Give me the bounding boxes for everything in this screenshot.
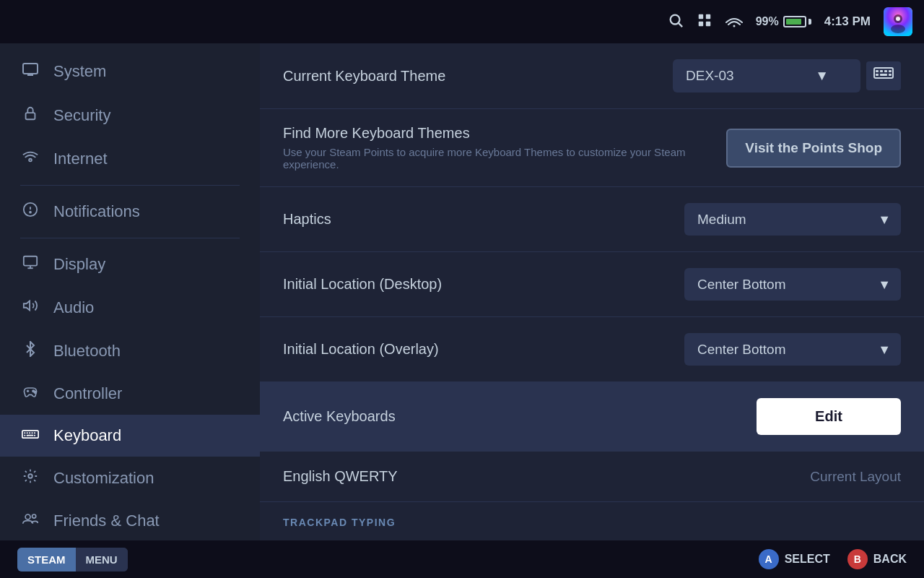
controller-icon — [20, 384, 40, 403]
haptics-row: Haptics Medium Low High Off ▼ — [260, 187, 924, 252]
initial-location-overlay-label: Initial Location (Overlay) — [283, 341, 684, 358]
lock-icon — [20, 105, 40, 126]
visit-points-shop-button[interactable]: Visit the Points Shop — [726, 129, 901, 168]
svg-rect-41 — [876, 70, 879, 72]
current-layout-text: Current Layout — [810, 469, 901, 485]
bottom-bar: STEAM MENU A SELECT B BACK — [0, 540, 924, 578]
sidebar-item-system[interactable]: System — [0, 49, 260, 94]
svg-rect-40 — [874, 68, 893, 78]
svg-point-37 — [28, 474, 32, 478]
battery-icon — [783, 16, 811, 27]
back-control: B BACK — [847, 549, 907, 569]
sidebar-item-label-system: System — [53, 62, 106, 81]
sidebar-item-customization[interactable]: Customization — [0, 457, 260, 500]
display-icon — [20, 254, 40, 275]
initial-location-overlay-select[interactable]: Center Bottom Top Left Top Right Bottom … — [684, 333, 901, 366]
back-label: BACK — [873, 553, 907, 566]
active-keyboards-row: Active Keyboards Edit — [260, 382, 924, 452]
svg-point-15 — [29, 159, 32, 162]
initial-location-desktop-left: Initial Location (Desktop) — [283, 276, 684, 293]
trackpad-typing-header: TRACKPAD TYPING — [260, 502, 924, 537]
initial-location-overlay-wrapper[interactable]: Center Bottom Top Left Top Right Bottom … — [684, 333, 901, 366]
steam-label[interactable]: STEAM — [17, 548, 76, 571]
sidebar-item-notifications[interactable]: Notifications — [0, 190, 260, 233]
signal-icon — [725, 12, 743, 32]
english-qwerty-row: English QWERTY Current Layout — [260, 452, 924, 502]
keyboard-theme-dropdown-wrapper[interactable]: DEX-03 ▼ — [673, 59, 860, 92]
avatar[interactable] — [884, 7, 912, 36]
svg-point-38 — [25, 514, 30, 519]
svg-line-1 — [679, 23, 682, 27]
keyboard-theme-dropdown[interactable]: DEX-03 ▼ — [673, 59, 860, 92]
english-qwerty-label: English QWERTY — [283, 468, 810, 485]
sidebar-item-audio[interactable]: Audio — [0, 286, 260, 329]
sidebar-item-bluetooth[interactable]: Bluetooth — [0, 329, 260, 373]
svg-point-9 — [891, 25, 905, 33]
svg-point-10 — [896, 17, 900, 21]
system-icon — [20, 61, 40, 82]
sidebar-item-label-notifications: Notifications — [53, 202, 140, 221]
battery-section: 99% — [756, 15, 811, 28]
svg-rect-45 — [876, 74, 879, 76]
menu-label[interactable]: MENU — [76, 548, 128, 571]
sidebar-item-label-keyboard: Keyboard — [53, 426, 121, 445]
initial-location-overlay-row: Initial Location (Overlay) Center Bottom… — [260, 317, 924, 382]
sidebar-item-label-controller: Controller — [53, 384, 122, 403]
keyboard-theme-arrow: ▼ — [815, 68, 829, 84]
customization-icon — [20, 468, 40, 488]
svg-rect-27 — [22, 431, 38, 438]
svg-point-18 — [30, 212, 31, 213]
sidebar-item-controller[interactable]: Controller — [0, 373, 260, 415]
sidebar-item-label-customization: Customization — [53, 469, 154, 488]
svg-rect-19 — [24, 256, 37, 266]
keyboard-icon — [20, 426, 40, 445]
keyboard-theme-row: Current Keyboard Theme DEX-03 ▼ — [260, 43, 924, 109]
sidebar-item-label-security: Security — [53, 106, 110, 125]
english-qwerty-left: English QWERTY — [283, 468, 810, 485]
haptics-label: Haptics — [283, 211, 684, 228]
svg-rect-47 — [889, 74, 892, 76]
sidebar-divider-1 — [20, 185, 240, 186]
initial-location-overlay-left: Initial Location (Overlay) — [283, 341, 684, 358]
main-content: System Security Internet — [0, 43, 924, 540]
find-more-left: Find More Keyboard Themes Use your Steam… — [283, 125, 726, 171]
keyboard-theme-left: Current Keyboard Theme — [283, 68, 673, 85]
sidebar-item-security[interactable]: Security — [0, 94, 260, 137]
edit-button[interactable]: Edit — [757, 398, 901, 435]
haptics-dropdown-wrapper[interactable]: Medium Low High Off ▼ — [684, 203, 901, 236]
grid-icon[interactable] — [697, 12, 712, 32]
friends-icon — [20, 512, 40, 530]
sidebar-item-display[interactable]: Display — [0, 243, 260, 286]
battery-percent: 99% — [756, 15, 779, 28]
keyboard-theme-value: DEX-03 — [686, 68, 734, 84]
keyboard-icon-btn[interactable] — [866, 61, 901, 90]
svg-marker-22 — [24, 301, 30, 311]
sidebar-item-label-audio: Audio — [53, 298, 94, 317]
sidebar-item-friends-chat[interactable]: Friends & Chat — [0, 500, 260, 540]
sidebar-item-internet[interactable]: Internet — [0, 137, 260, 181]
initial-location-desktop-select[interactable]: Center Bottom Top Left Top Right Bottom … — [684, 268, 901, 301]
steam-menu-button[interactable]: STEAM MENU — [17, 548, 128, 571]
sidebar-item-keyboard[interactable]: Keyboard — [0, 415, 260, 457]
search-icon[interactable] — [668, 12, 684, 32]
b-badge: B — [847, 549, 868, 569]
select-label: SELECT — [785, 553, 830, 566]
points-description: Use your Steam Points to acquire more Ke… — [283, 146, 726, 171]
svg-rect-3 — [706, 14, 710, 18]
svg-point-6 — [733, 25, 735, 27]
sidebar-item-label-bluetooth: Bluetooth — [53, 342, 121, 361]
right-panel: Current Keyboard Theme DEX-03 ▼ — [260, 43, 924, 540]
active-keyboards-left: Active Keyboards — [283, 408, 757, 425]
sidebar: System Security Internet — [0, 43, 260, 540]
svg-point-39 — [32, 514, 36, 518]
svg-rect-5 — [706, 21, 710, 25]
svg-rect-4 — [698, 21, 702, 25]
sidebar-item-label-friends: Friends & Chat — [53, 512, 160, 530]
svg-rect-44 — [889, 70, 892, 72]
top-bar-icons: 99% 4:13 PM — [668, 7, 912, 36]
initial-location-desktop-wrapper[interactable]: Center Bottom Top Left Top Right Bottom … — [684, 268, 901, 301]
haptics-left: Haptics — [283, 211, 684, 228]
find-more-label: Find More Keyboard Themes — [283, 125, 726, 142]
haptics-select[interactable]: Medium Low High Off — [684, 203, 901, 236]
svg-point-26 — [35, 392, 37, 394]
